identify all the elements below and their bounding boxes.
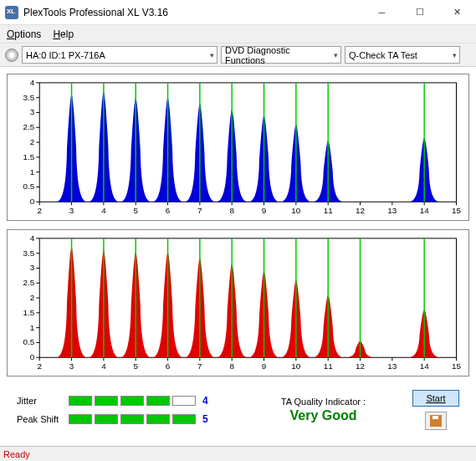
svg-text:0.5: 0.5: [23, 182, 35, 191]
function-select[interactable]: DVD Diagnostic Functions: [221, 46, 341, 64]
svg-text:5: 5: [133, 361, 138, 371]
svg-text:0: 0: [30, 352, 35, 361]
svg-text:9: 9: [262, 361, 267, 371]
maximize-button[interactable]: ☐: [401, 0, 438, 24]
svg-text:4: 4: [101, 206, 106, 215]
jitter-row: Jitter 4: [17, 392, 234, 409]
jitter-value: 4: [202, 395, 208, 407]
svg-text:0: 0: [30, 197, 35, 206]
svg-text:9: 9: [262, 206, 267, 215]
status-text: Ready: [3, 449, 30, 459]
svg-text:4: 4: [30, 233, 35, 243]
svg-text:14: 14: [420, 361, 429, 371]
svg-text:11: 11: [324, 361, 333, 371]
svg-text:1: 1: [30, 323, 35, 332]
start-button[interactable]: Start: [412, 390, 459, 407]
svg-text:13: 13: [387, 206, 397, 215]
svg-text:4: 4: [101, 361, 106, 371]
test-select[interactable]: Q-Check TA Test: [345, 46, 460, 64]
svg-text:1.5: 1.5: [23, 152, 35, 161]
svg-text:2: 2: [30, 293, 35, 302]
indicators-panel: Jitter 4 Peak Shift 5 TA Quality Indicat…: [0, 387, 476, 435]
svg-text:7: 7: [197, 206, 202, 215]
menu-help[interactable]: Help: [53, 28, 74, 40]
svg-text:12: 12: [356, 206, 365, 215]
svg-text:11: 11: [324, 206, 333, 215]
disc-icon: [5, 49, 18, 62]
chart-top: 00.511.522.533.5423456789101112131415: [7, 74, 469, 221]
svg-text:10: 10: [291, 206, 300, 215]
svg-text:14: 14: [420, 206, 429, 215]
peakshift-blocks: [69, 414, 196, 424]
quality-value: Very Good: [234, 408, 412, 423]
close-button[interactable]: ✕: [438, 0, 476, 24]
svg-text:7: 7: [197, 361, 202, 371]
floppy-icon: [430, 415, 442, 427]
svg-text:3: 3: [69, 206, 74, 215]
chart-bottom: 00.511.522.533.5423456789101112131415: [7, 229, 469, 376]
svg-text:5: 5: [133, 206, 138, 215]
svg-text:12: 12: [356, 361, 365, 371]
svg-text:13: 13: [387, 361, 397, 371]
window-title: PlexTools Professional XL V3.16: [23, 7, 363, 18]
svg-text:1: 1: [30, 167, 35, 177]
save-button[interactable]: [425, 412, 447, 430]
svg-text:2: 2: [30, 137, 35, 146]
svg-text:0.5: 0.5: [23, 337, 35, 346]
app-icon: [5, 6, 18, 19]
peakshift-label: Peak Shift: [17, 414, 69, 424]
minimize-button[interactable]: ─: [363, 0, 401, 24]
svg-text:6: 6: [166, 361, 171, 371]
svg-text:2.5: 2.5: [23, 278, 35, 287]
svg-text:3.5: 3.5: [23, 248, 35, 258]
svg-text:2: 2: [37, 206, 42, 215]
svg-text:10: 10: [291, 361, 300, 371]
svg-text:3: 3: [30, 107, 35, 116]
toolbar: HA:0 ID:1 PX-716A DVD Diagnostic Functio…: [0, 44, 476, 67]
svg-text:15: 15: [452, 206, 461, 215]
menubar: Options Help: [0, 25, 476, 44]
svg-text:6: 6: [166, 206, 171, 215]
titlebar: PlexTools Professional XL V3.16 ─ ☐ ✕: [0, 0, 476, 25]
jitter-blocks: [69, 396, 196, 406]
svg-text:2: 2: [37, 361, 42, 371]
quality-label: TA Quality Indicator :: [234, 397, 412, 407]
peakshift-value: 5: [202, 413, 208, 425]
svg-text:3: 3: [30, 263, 35, 272]
svg-text:4: 4: [30, 78, 35, 87]
svg-text:3: 3: [69, 361, 74, 371]
svg-text:1.5: 1.5: [23, 308, 35, 317]
peakshift-row: Peak Shift 5: [17, 411, 234, 428]
svg-text:15: 15: [452, 361, 461, 371]
svg-text:2.5: 2.5: [23, 122, 35, 131]
statusbar: Ready: [0, 446, 476, 461]
jitter-label: Jitter: [17, 396, 69, 406]
svg-text:3.5: 3.5: [23, 93, 35, 102]
device-select[interactable]: HA:0 ID:1 PX-716A: [22, 46, 218, 64]
menu-options[interactable]: Options: [7, 28, 41, 40]
svg-text:8: 8: [229, 206, 234, 215]
svg-text:8: 8: [229, 361, 234, 371]
